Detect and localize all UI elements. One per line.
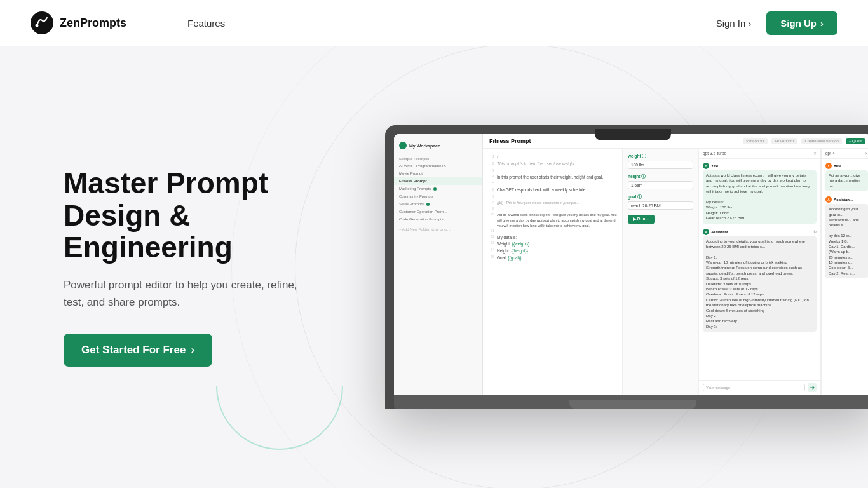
logo-icon (31, 11, 53, 34)
add-folder[interactable]: + Add New Folder: type or cr... (394, 226, 482, 233)
nav-actions: Sign In › Sign Up › (716, 11, 837, 35)
hero-subtitle: Powerful prompt editor to help you creat… (64, 276, 305, 311)
chat-panel-gpt35: gpt-3.5-turbo ✕ Y You (699, 149, 821, 395)
chat-panel-header: gpt-3.5-turbo ✕ (699, 149, 820, 159)
laptop-body: My Workspace Sample Prompts AI-Write - P… (385, 125, 868, 409)
sidebar-item[interactable]: Movie Prompt (394, 170, 482, 177)
height-input[interactable]: 1.6em (628, 181, 693, 189)
weight-input[interactable]: 180 lbs (628, 161, 693, 169)
hero-content: Master Prompt Design & Engineering Power… (64, 167, 356, 367)
laptop-foot (569, 400, 696, 409)
chat-panel-gpt4: gpt-4 ✕ Y You (821, 149, 868, 395)
app-header-tabs: Version V1 All Versions Create New Versi… (743, 138, 865, 144)
run-button[interactable]: ▶ Run ··· (628, 215, 655, 224)
assistant-avatar-gpt4: A (825, 196, 832, 203)
svg-point-1 (36, 24, 39, 27)
dot-icon (433, 187, 437, 191)
sidebar-item-fitness[interactable]: Fitness Prompt (394, 177, 482, 185)
laptop-mockup: My Workspace Sample Prompts AI-Write - P… (385, 125, 868, 409)
chat-input[interactable]: Your message (703, 384, 805, 391)
assistant-avatar: A (703, 229, 709, 235)
send-icon (810, 385, 815, 390)
goal-input[interactable]: reach 20-25 BMI (628, 201, 693, 210)
sidebar-item[interactable]: Marketing Prompts (394, 185, 482, 193)
var-goal: goal ⓘ reach 20-25 BMI (628, 194, 693, 210)
brand-name: ZenPrompts (60, 17, 126, 30)
app-header: Fitness Prompt Version V1 All Versions C… (483, 134, 868, 149)
user-avatar-gpt4: Y (825, 163, 832, 169)
sidebar-item[interactable]: Sales Prompts (394, 200, 482, 208)
var-height: height ⓘ 1.6em (628, 174, 693, 189)
laptop-notch (595, 129, 671, 140)
assistant-message: A Assistant ↻ According to your details,… (703, 229, 817, 332)
sidebar-header: My Workspace (394, 139, 482, 152)
sidebar-item[interactable]: Customer Operation Prom... (394, 208, 482, 215)
sidebar-item[interactable]: Community Prompts (394, 193, 482, 200)
sidebar-item[interactable]: Code Generation Prompts (394, 215, 482, 223)
cta-button[interactable]: Get Started For Free › (64, 334, 212, 367)
nav-logo[interactable]: ZenPrompts (31, 11, 126, 34)
hero-title: Master Prompt Design & Engineering (64, 167, 356, 264)
assistant-message-gpt4: A Assistan... According to your goal to.… (825, 196, 868, 278)
var-weight: weight ⓘ 180 lbs (628, 154, 693, 169)
chat-input-area: Your message (699, 380, 820, 395)
dot-icon (426, 203, 430, 206)
user-avatar: Y (703, 163, 709, 169)
sign-in-button[interactable]: Sign In › (716, 18, 752, 29)
nav-links: Features (157, 0, 255, 46)
prompt-editor[interactable]: 1/ 2This prompt is to help the user lose… (483, 149, 623, 395)
sign-up-button[interactable]: Sign Up › (766, 11, 837, 35)
sidebar-item[interactable]: AI-Write - Programmable P... (394, 162, 482, 170)
app-content: 1/ 2This prompt is to help the user lose… (483, 149, 868, 395)
chat-area: gpt-3.5-turbo ✕ Y You (699, 149, 868, 395)
laptop-screen: My Workspace Sample Prompts AI-Write - P… (394, 134, 868, 395)
run-btn-area: ▶ Run ··· (628, 215, 693, 224)
chat-messages: Y You Act as a world class fitness exper… (699, 159, 820, 380)
chat-panel-header-gpt4: gpt-4 ✕ (822, 149, 868, 159)
svg-point-0 (31, 11, 53, 34)
variable-panel: weight ⓘ 180 lbs height ⓘ 1.6em goal ⓘ r… (623, 149, 699, 395)
navbar: ZenPrompts Features Sign In › Sign Up › (0, 0, 868, 46)
app-sidebar: My Workspace Sample Prompts AI-Write - P… (394, 134, 483, 395)
app-main: Fitness Prompt Version V1 All Versions C… (483, 134, 868, 395)
nav-link-features[interactable]: Features (187, 18, 225, 29)
user-message-gpt4: Y You Act as a wor... give me a da... me… (825, 163, 868, 191)
user-message: Y You Act as a world class fitness exper… (703, 163, 817, 224)
sidebar-logo (399, 142, 407, 149)
hero-section: Master Prompt Design & Engineering Power… (0, 46, 868, 488)
laptop-base (394, 395, 868, 409)
app-ui: My Workspace Sample Prompts AI-Write - P… (394, 134, 868, 395)
chat-messages-gpt4: Y You Act as a wor... give me a da... me… (822, 159, 868, 395)
send-button[interactable] (808, 383, 817, 392)
